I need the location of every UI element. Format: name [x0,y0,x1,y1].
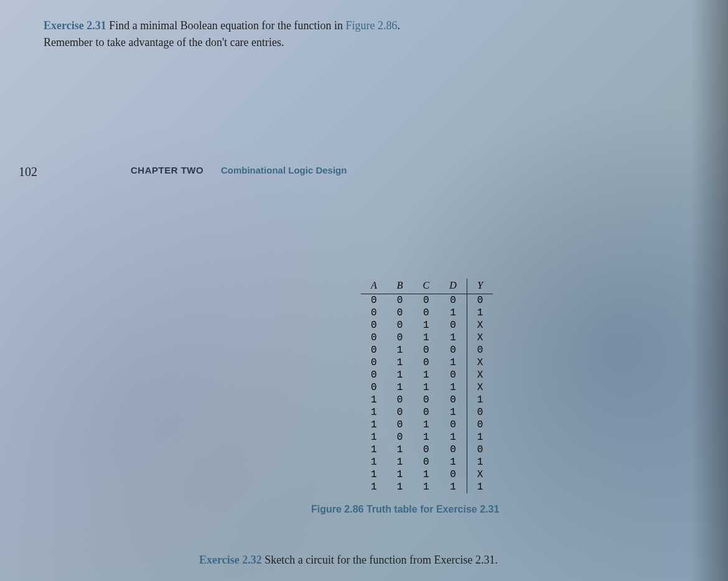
table-cell: 0 [413,356,440,369]
exercise-232-block: Exercise 2.32 Sketch a circuit for the f… [199,554,498,567]
col-header-a: A [361,279,387,294]
table-cell: 1 [413,431,440,444]
table-row: 0111X [361,381,493,394]
exercise-231-block: Exercise 2.31 Find a minimal Boolean equ… [0,0,728,51]
table-cell: 0 [439,468,467,481]
table-cell: 0 [439,319,467,332]
table-cell: 1 [413,319,440,332]
chapter-title: Combinational Logic Design [221,165,347,175]
table-cell: 1 [413,481,440,493]
table-cell: 0 [439,394,467,406]
table-cell: X [467,369,493,381]
table-cell: X [467,332,493,344]
table-cell: 1 [361,419,387,431]
table-cell: 1 [439,431,467,444]
table-cell: 0 [387,419,413,431]
table-cell: 0 [361,319,387,332]
table-cell: 0 [413,394,440,406]
table-cell: 1 [439,356,467,369]
table-cell: 1 [439,481,467,493]
table-row: 11011 [361,456,493,468]
table-row: 1110X [361,468,493,481]
exercise-text-2: . [398,19,401,32]
table-cell: 0 [361,356,387,369]
table-cell: 1 [361,468,387,481]
table-cell: 1 [361,456,387,468]
table-cell: 1 [467,481,493,493]
table-cell: 1 [387,468,413,481]
table-cell: 0 [467,444,493,456]
table-row: 0010X [361,319,493,332]
table-row: 00000 [361,294,493,307]
table-cell: 1 [361,431,387,444]
table-cell: 0 [387,431,413,444]
table-cell: 1 [361,444,387,456]
col-header-y: Y [467,279,493,294]
table-cell: 0 [387,332,413,344]
table-cell: 1 [361,481,387,493]
table-cell: 1 [467,431,493,444]
table-row: 11111 [361,481,493,493]
table-row: 00011 [361,307,493,319]
table-cell: 1 [439,406,467,419]
table-cell: 1 [387,381,413,394]
figure-reference: Figure 2.86 [346,19,398,32]
table-cell: X [467,356,493,369]
table-cell: 1 [439,456,467,468]
table-cell: 1 [387,444,413,456]
table-cell: X [467,319,493,332]
table-row: 10010 [361,406,493,419]
table-cell: 0 [387,294,413,307]
table-row: 10001 [361,394,493,406]
table-cell: 1 [413,332,440,344]
exercise-232-text: Sketch a circuit for the function from E… [264,554,498,566]
col-header-b: B [387,279,413,294]
table-cell: 0 [361,307,387,319]
table-cell: 0 [413,307,440,319]
table-cell: 0 [361,381,387,394]
table-cell: 1 [387,456,413,468]
table-cell: 0 [439,369,467,381]
page-number: 102 [19,165,37,179]
chapter-label: CHAPTER TWO [131,165,203,175]
exercise-number: Exercise 2.31 [44,19,106,32]
table-cell: 1 [467,394,493,406]
table-cell: 1 [361,394,387,406]
table-cell: 0 [413,444,440,456]
table-cell: X [467,381,493,394]
table-cell: 1 [439,381,467,394]
table-cell: 1 [413,381,440,394]
table-cell: 0 [413,344,440,356]
table-row: 0101X [361,356,493,369]
exercise-text-line2: Remember to take advantage of the don't … [44,36,284,49]
table-row: 0110X [361,369,493,381]
table-cell: 1 [413,468,440,481]
table-cell: 1 [467,456,493,468]
table-cell: 0 [439,444,467,456]
table-cell: 0 [387,394,413,406]
exercise-232-number: Exercise 2.32 [199,554,262,566]
table-row: 0011X [361,332,493,344]
table-cell: 0 [413,456,440,468]
table-cell: 1 [467,307,493,319]
table-row: 10111 [361,431,493,444]
table-cell: 0 [439,419,467,431]
page-edge-shadow [691,0,728,581]
col-header-d: D [439,279,467,294]
table-cell: 0 [361,332,387,344]
table-cell: 0 [387,406,413,419]
exercise-text-1: Find a minimal Boolean equation for the … [109,19,345,32]
table-cell: X [467,468,493,481]
table-cell: 0 [361,344,387,356]
figure-caption: Figure 2.86 Truth table for Exercise 2.3… [311,504,499,515]
table-cell: 1 [439,307,467,319]
table-cell: 1 [387,369,413,381]
table-cell: 1 [413,419,440,431]
table-cell: 0 [467,419,493,431]
table-header-row: A B C D Y [361,279,493,294]
table-cell: 0 [467,294,493,307]
table-cell: 0 [361,369,387,381]
table-row: 11000 [361,444,493,456]
table-cell: 0 [387,307,413,319]
table-cell: 0 [413,294,440,307]
